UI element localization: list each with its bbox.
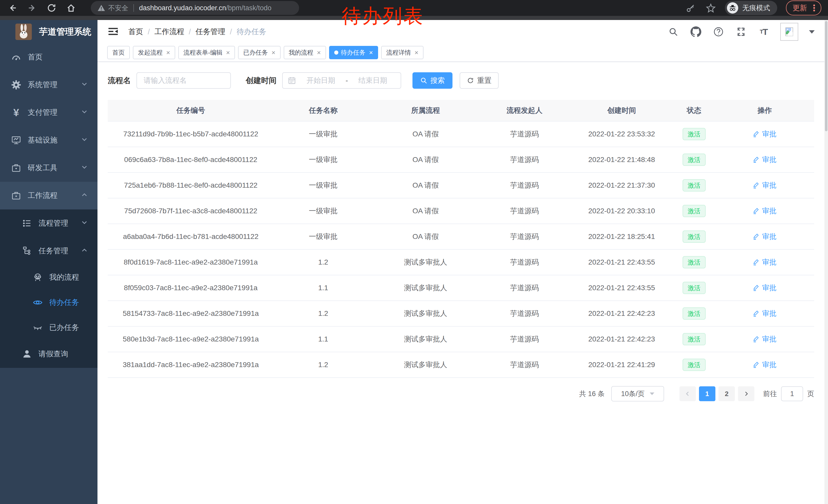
github-icon[interactable]	[690, 26, 702, 38]
close-icon[interactable]: ×	[226, 49, 230, 56]
sidebar-item-label: 已办任务	[49, 322, 79, 333]
date-range-input[interactable]: 开始日期 - 结束日期	[282, 72, 401, 89]
avatar-caret-icon[interactable]	[809, 30, 815, 34]
end-date-placeholder[interactable]: 结束日期	[350, 76, 396, 85]
sidebar: 芋道管理系统 首页 系统管理 ¥ 支付管理	[0, 20, 97, 504]
cell-create-time: 2022-01-22 21:37:30	[571, 173, 673, 198]
forward-icon[interactable]	[26, 2, 38, 14]
search-icon[interactable]	[667, 26, 679, 38]
status-badge: 激活	[682, 282, 706, 294]
sidebar-item-done-tasks[interactable]: 已办任务	[0, 315, 97, 340]
back-icon[interactable]	[7, 2, 18, 14]
next-page-button[interactable]	[738, 386, 754, 401]
tab-form-edit[interactable]: 流程表单-编辑×	[178, 46, 235, 59]
sidebar-item-home[interactable]: 首页	[0, 43, 97, 71]
sidebar-item-payment[interactable]: ¥ 支付管理	[0, 99, 97, 126]
cell-starter: 芋道源码	[479, 173, 571, 198]
close-icon[interactable]: ×	[272, 49, 275, 56]
approve-button[interactable]: 审批	[753, 283, 777, 293]
address-bar[interactable]: 不安全 dashboard.yudao.iocoder.cn/bpm/task/…	[91, 1, 299, 15]
close-icon[interactable]: ×	[369, 49, 373, 56]
cell-status: 激活	[673, 224, 715, 249]
tab-my-process[interactable]: 我的流程×	[284, 46, 326, 59]
sidebar-item-todo-tasks[interactable]: 待办任务	[0, 290, 97, 315]
url-path: /bpm/task/todo	[226, 4, 272, 12]
table-row: 8f059c03-7ac8-11ec-a9e2-a2380e71991a 1.1…	[108, 275, 814, 301]
approve-button[interactable]: 审批	[753, 180, 777, 190]
filter-form: 流程名 请输入流程名 创建时间 开始日期 - 结束日期 搜索	[108, 72, 814, 89]
browser-update-button[interactable]: 更新	[786, 1, 821, 15]
table-row: 381aa1dd-7ac8-11ec-a9e2-a2380e71991a 1.2…	[108, 352, 814, 378]
reload-icon[interactable]	[46, 2, 57, 14]
cell-actions: 审批	[715, 173, 814, 198]
approve-button[interactable]: 审批	[753, 309, 777, 318]
close-icon[interactable]: ×	[317, 49, 321, 56]
cell-starter: 芋道源码	[479, 326, 571, 352]
cell-process: OA 请假	[373, 121, 479, 147]
prev-page-button[interactable]	[679, 386, 696, 401]
reset-button[interactable]: 重置	[460, 72, 499, 89]
tab-process-detail[interactable]: 流程详情×	[381, 46, 423, 59]
sidebar-item-label: 流程管理	[38, 218, 68, 228]
approve-button[interactable]: 审批	[753, 258, 777, 267]
sidebar-item-system[interactable]: 系统管理	[0, 71, 97, 99]
app-logo-row[interactable]: 芋道管理系统	[0, 20, 97, 43]
create-time-label: 创建时间	[246, 75, 277, 86]
close-icon[interactable]: ×	[166, 49, 170, 56]
home-icon[interactable]	[65, 2, 77, 14]
start-date-placeholder[interactable]: 开始日期	[298, 76, 343, 85]
cell-status: 激活	[673, 275, 715, 301]
close-icon[interactable]: ×	[415, 49, 418, 56]
breadcrumb-task-management[interactable]: 任务管理	[196, 27, 225, 37]
approve-button[interactable]: 审批	[753, 155, 777, 165]
cell-task-id: 8f0d1619-7ac8-11ec-a9e2-a2380e71991a	[108, 249, 274, 275]
cell-task-id: 8f059c03-7ac8-11ec-a9e2-a2380e71991a	[108, 275, 274, 301]
cell-create-time: 2022-01-22 21:48:48	[571, 147, 673, 173]
active-tab-dot	[334, 50, 338, 55]
process-name-input[interactable]: 请输入流程名	[136, 72, 231, 89]
col-create-time: 创建时间	[571, 100, 673, 121]
font-size-icon[interactable]: TT	[758, 26, 770, 38]
password-key-icon[interactable]	[685, 2, 697, 14]
cell-process: 测试多审批人	[373, 352, 479, 378]
goto-page-input[interactable]	[781, 386, 803, 401]
browser-menu-icon[interactable]	[811, 4, 818, 12]
approve-button[interactable]: 审批	[753, 334, 777, 344]
annotation-text: 待办列表	[342, 3, 424, 30]
fullscreen-icon[interactable]	[735, 26, 747, 38]
list-icon	[21, 217, 33, 229]
tab-home[interactable]: 首页	[107, 46, 130, 59]
sidebar-item-devtools[interactable]: 研发工具	[0, 154, 97, 182]
cell-starter: 芋道源码	[479, 121, 571, 147]
approve-button[interactable]: 审批	[753, 206, 777, 216]
approve-button[interactable]: 审批	[753, 129, 777, 139]
bookmark-star-icon[interactable]	[705, 2, 717, 14]
search-button[interactable]: 搜索	[412, 72, 452, 89]
tab-start-process[interactable]: 发起流程×	[133, 46, 175, 59]
page-size-select[interactable]: 10条/页	[611, 386, 664, 402]
sidebar-collapse-icon[interactable]	[107, 26, 120, 38]
page-button-2[interactable]: 2	[718, 386, 735, 401]
tab-done-tasks[interactable]: 已办任务×	[238, 46, 280, 59]
breadcrumb-home[interactable]: 首页	[128, 27, 143, 37]
security-warning[interactable]: 不安全	[97, 4, 128, 12]
sidebar-item-process-management[interactable]: 流程管理	[0, 210, 97, 237]
approve-button[interactable]: 审批	[753, 360, 777, 370]
approve-button[interactable]: 审批	[753, 232, 777, 241]
breadcrumb-workflow[interactable]: 工作流程	[155, 27, 184, 37]
tab-todo-tasks[interactable]: 待办任务×	[329, 46, 378, 59]
avatar[interactable]	[780, 23, 798, 41]
page-content: 流程名 请输入流程名 创建时间 开始日期 - 结束日期 搜索	[97, 62, 824, 504]
eye-icon	[32, 296, 44, 308]
sidebar-item-workflow[interactable]: 工作流程	[0, 182, 97, 210]
sidebar-item-task-management[interactable]: 任务管理	[0, 237, 97, 265]
page-button-1[interactable]: 1	[699, 386, 715, 401]
scrollbar-thumb[interactable]	[825, 21, 827, 131]
sidebar-item-my-process[interactable]: 我的流程	[0, 265, 97, 290]
page-scrollbar[interactable]	[824, 20, 828, 504]
sidebar-item-infrastructure[interactable]: 基础设施	[0, 126, 97, 154]
help-icon[interactable]	[713, 26, 724, 38]
briefcase-icon	[10, 190, 22, 201]
cell-process: 测试多审批人	[373, 275, 479, 301]
sidebar-item-leave-query[interactable]: 请假查询	[0, 340, 97, 368]
